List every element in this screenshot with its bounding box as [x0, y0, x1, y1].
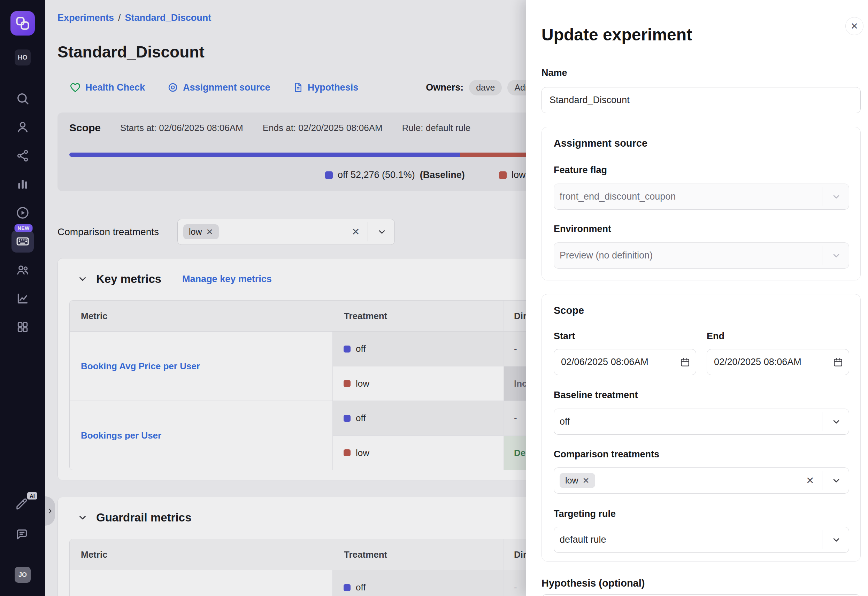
treatment-chip[interactable]: low ✕ [559, 473, 595, 488]
end-date-value: 02/20/2025 08:06AM [714, 357, 802, 367]
baseline-treatment-label: Baseline treatment [554, 390, 638, 401]
close-drawer-button[interactable]: ✕ [845, 17, 864, 35]
scope-section: Scope Start End 02/06/2025 08:06AM 02/20… [542, 294, 861, 562]
chevron-down-icon[interactable] [827, 535, 845, 545]
hypothesis-label: Hypothesis (optional) [542, 578, 645, 589]
targeting-rule-select[interactable]: default rule [554, 527, 849, 553]
treatment-chip-label: low [565, 475, 579, 485]
comparison-treatments-label: Comparison treatments [554, 449, 659, 460]
feature-flag-select: front_end_discount_coupon [554, 184, 849, 210]
overlay-scrim[interactable] [0, 0, 526, 596]
select-divider [822, 471, 823, 490]
baseline-treatment-value: off [559, 416, 570, 427]
assignment-source-section: Assignment source Feature flag front_end… [542, 127, 861, 280]
environment-select: Preview (no definition) [554, 242, 849, 268]
select-divider [822, 412, 823, 431]
select-divider [822, 187, 823, 206]
targeting-rule-value: default rule [559, 534, 606, 545]
chevron-down-icon [827, 192, 845, 202]
close-icon: ✕ [850, 21, 858, 32]
baseline-treatment-select[interactable]: off [554, 409, 849, 435]
chevron-down-icon[interactable] [827, 476, 845, 485]
chevron-down-icon [827, 251, 845, 261]
targeting-rule-label: Targeting rule [554, 509, 616, 519]
chip-remove-icon[interactable]: ✕ [583, 476, 590, 485]
select-divider [822, 530, 823, 549]
chevron-down-icon[interactable] [827, 417, 845, 427]
environment-value: Preview (no definition) [559, 250, 652, 261]
environment-label: Environment [554, 224, 611, 235]
comparison-treatments-multiselect[interactable]: low ✕ ✕ [554, 468, 849, 494]
calendar-icon[interactable] [833, 357, 843, 367]
name-input[interactable] [542, 87, 861, 113]
name-label: Name [542, 68, 567, 78]
end-label: End [707, 331, 725, 342]
clear-icon[interactable]: ✕ [803, 475, 817, 486]
end-date-input[interactable]: 02/20/2025 08:06AM [707, 349, 849, 375]
feature-flag-value: front_end_discount_coupon [559, 191, 676, 202]
assignment-source-section-title: Assignment source [554, 137, 647, 149]
scope-section-title: Scope [554, 305, 584, 316]
select-divider [822, 246, 823, 265]
start-date-value: 02/06/2025 08:06AM [561, 357, 648, 367]
start-label: Start [554, 331, 575, 342]
drawer-title: Update experiment [542, 25, 692, 44]
start-date-input[interactable]: 02/06/2025 08:06AM [554, 349, 696, 375]
feature-flag-label: Feature flag [554, 165, 607, 176]
hypothesis-input[interactable] [542, 594, 861, 596]
calendar-icon[interactable] [680, 357, 690, 367]
update-experiment-drawer: ✕ Update experiment Name Assignment sour… [526, 0, 868, 596]
